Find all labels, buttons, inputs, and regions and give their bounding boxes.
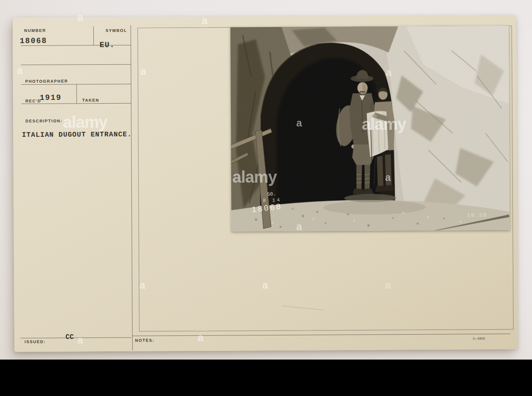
description-label: DESCRIPTION: <box>25 119 63 123</box>
stamp-series: 50. <box>267 191 276 197</box>
alamy-footer-bar: alamy Image ID: 2RCHT2X www.alamy.com <box>0 360 532 396</box>
archive-card: NUMBER 18068 SYMBOL EU. PHOTOGRAPHER 191… <box>13 15 518 352</box>
column-divider <box>131 25 133 351</box>
recd-label: REC'D <box>25 99 41 103</box>
issued-value: CC <box>65 333 74 341</box>
screenshot-stage: NUMBER 18068 SYMBOL EU. PHOTOGRAPHER 191… <box>0 0 532 396</box>
issued-rule <box>20 337 131 338</box>
number-label: NUMBER <box>24 28 46 33</box>
rule-4 <box>21 103 131 104</box>
issued-label: ISSUED: <box>25 339 46 344</box>
photographer-label: PHOTOGRAPHER <box>25 79 68 84</box>
number-value: 18068 <box>20 36 47 45</box>
description-value: ITALIAN DUGOUT ENTRANCE. <box>22 131 132 139</box>
dugout-photo: 50. F 14 18068 10.58 <box>230 26 510 232</box>
notes-rule <box>132 334 510 336</box>
symbol-label: SYMBOL <box>106 28 127 33</box>
symbol-value: EU. <box>99 41 115 50</box>
stamp-right-number: 10.58 <box>467 212 487 218</box>
taken-label: TAKEN <box>82 98 99 102</box>
print-code: 3—5605 <box>473 337 485 340</box>
divider-number-symbol <box>93 26 94 45</box>
rule-2 <box>21 64 131 65</box>
dugout-photo-scene: 50. F 14 18068 10.58 <box>230 26 510 232</box>
recd-value: 1919 <box>40 93 62 102</box>
divider-recd-taken <box>77 84 77 103</box>
notes-label: NOTES: <box>135 338 154 342</box>
